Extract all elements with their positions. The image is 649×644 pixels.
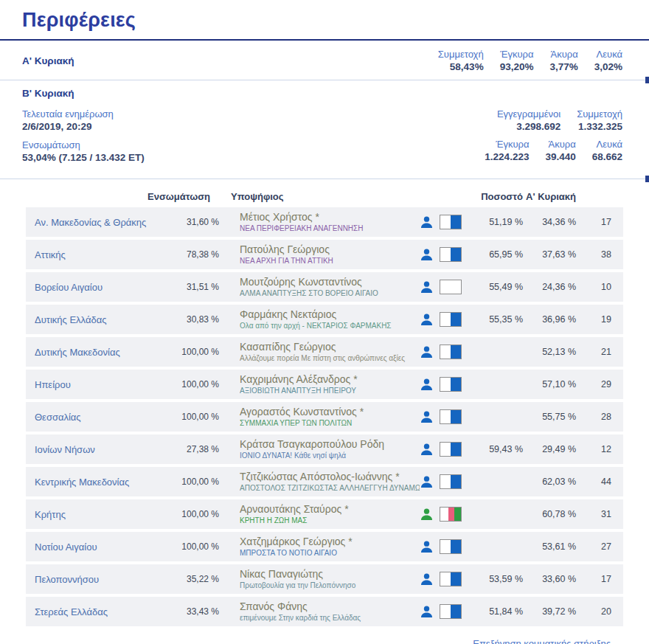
stat-value: 1.332.325 <box>578 120 622 134</box>
party-support-box-icon <box>440 409 462 424</box>
region-name[interactable]: Θεσσαλίας <box>26 412 171 423</box>
first-sunday-summary: Α' Κυριακή Συμμετοχή 58,43% Έγκυρα 93,20… <box>0 41 649 80</box>
region-name[interactable]: Ηπείρου <box>26 379 171 390</box>
region-name[interactable]: Στερεάς Ελλάδας <box>26 606 171 617</box>
stat-invalid: Άκυρα 3,77% <box>549 48 577 74</box>
table-row[interactable]: Ιονίων Νήσων 27,38 % Κράτσα Τσαγκαροπούλ… <box>26 434 623 464</box>
results-table: Ενσωμάτωση Υποψήφιος Ποσοστό Α' Κυριακή … <box>26 185 623 626</box>
party-support-box-icon <box>440 604 462 619</box>
table-row[interactable]: Πελοποννήσου 35,22 % Νίκας Παναγιώτης Πρ… <box>26 564 623 594</box>
region-name[interactable]: Αν. Μακεδονίας & Θράκης <box>26 217 171 228</box>
candidate-name[interactable]: Κασαπίδης Γεώργιος <box>240 341 420 353</box>
integration-percent: 100,00 % <box>171 477 219 487</box>
person-icon <box>420 345 434 359</box>
region-name[interactable]: Κεντρικής Μακεδονίας <box>26 477 171 488</box>
table-row[interactable]: Βορείου Αιγαίου 31,51 % Μουτζούρης Κωνστ… <box>26 272 623 302</box>
seats-count: 44 <box>576 477 623 487</box>
table-row[interactable]: Δυτικής Μακεδονίας 100,00 % Κασαπίδης Γε… <box>26 337 623 367</box>
first-sunday-percent: 52,13 % <box>523 347 576 357</box>
stat-value: 39.440 <box>545 150 575 164</box>
candidate-cell: Αρναουτάκης Σταύρος * ΚΡΗΤΗ Η ΖΩΗ ΜΑΣ <box>219 503 420 525</box>
stat-blank: Λευκά 3,02% <box>594 48 622 74</box>
table-row[interactable]: Αν. Μακεδονίας & Θράκης 31,60 % Μέτιος Χ… <box>26 207 623 237</box>
stat-value: 3,77% <box>549 60 577 74</box>
candidate-name[interactable]: Τζιτζικώστας Απόστολος-Ιωάννης * <box>240 471 420 482</box>
party-support-text: Ολα από την αρχή - ΝΕΚΤΑΡΙΟΣ ΦΑΡΜΑΚΗΣ <box>240 321 420 330</box>
first-sunday-percent: 24,36 % <box>523 282 576 292</box>
candidate-name[interactable]: Μέτιος Χρήστος * <box>240 211 420 223</box>
seats-count: 29 <box>576 379 623 389</box>
table-row[interactable]: Αττικής 78,38 % Πατούλης Γεώργιος ΝΕΑ ΑΡ… <box>26 240 623 269</box>
candidate-cell: Μέτιος Χρήστος * ΝΕΑ ΠΕΡΙΦΕΡΕΙΑΚΗ ΑΝΑΓΕΝ… <box>219 211 420 233</box>
party-support-box-icon <box>440 344 462 359</box>
first-sunday-percent: 34,36 % <box>523 217 576 227</box>
integration-percent: 30,83 % <box>171 314 219 325</box>
seats-count: 19 <box>576 314 623 325</box>
result-percent: 53,59 % <box>473 574 523 584</box>
stat-invalid: Άκυρα 39.440 <box>545 138 575 164</box>
integration-label: Ενσωμάτωση <box>22 139 145 151</box>
candidate-name[interactable]: Σπανός Φάνης <box>240 600 420 612</box>
region-name[interactable]: Πελοποννήσου <box>26 574 171 585</box>
candidate-name[interactable]: Φαρμάκης Νεκτάριος <box>240 308 420 320</box>
candidate-cell: Φαρμάκης Νεκτάριος Ολα από την αρχή - ΝΕ… <box>219 308 420 330</box>
table-row[interactable]: Δυτικής Ελλάδας 30,83 % Φαρμάκης Νεκτάρι… <box>26 305 623 334</box>
seats-count: 20 <box>576 606 623 617</box>
party-support-text: επιμένουμε Στην καρδιά της Ελλάδας <box>240 613 420 623</box>
table-row[interactable]: Ηπείρου 100,00 % Καχριμάνης Αλέξανδρος *… <box>26 370 623 399</box>
integration-value: 53,04% (7.125 / 13.432 ΕΤ) <box>22 151 145 165</box>
first-sunday-percent: 36,96 % <box>523 314 576 325</box>
support-icons <box>420 247 473 262</box>
person-icon <box>420 378 434 392</box>
party-support-text: ΜΠΡΟΣΤΑ ΤΟ ΝΟΤΙΟ ΑΙΓΑΙΟ <box>240 548 420 558</box>
integration-percent: 31,51 % <box>171 282 219 292</box>
header-integration: Ενσωμάτωση <box>26 191 210 202</box>
party-support-box-icon <box>440 474 462 489</box>
table-row[interactable]: Κεντρικής Μακεδονίας 100,00 % Τζιτζικώστ… <box>26 467 623 496</box>
stat-label: Άκυρα <box>549 138 576 150</box>
table-row[interactable]: Κρήτης 100,00 % Αρναουτάκης Σταύρος * ΚΡ… <box>26 499 623 529</box>
candidate-name[interactable]: Πατούλης Γεώργιος <box>240 243 420 255</box>
stat-label: Λευκά <box>597 138 622 150</box>
result-percent: 51,84 % <box>473 606 523 617</box>
candidate-name[interactable]: Χατζημάρκος Γεώργιος * <box>240 536 420 547</box>
stat-participation: Συμμετοχή 58,43% <box>438 48 484 74</box>
table-footer: Επεξήγηση κομματικής στήριξης * νυν περι… <box>0 629 649 644</box>
candidate-name[interactable]: Κράτσα Τσαγκαροπούλου Ρόδη <box>240 438 420 450</box>
seats-count: 17 <box>576 217 623 227</box>
candidate-cell: Σπανός Φάνης επιμένουμε Στην καρδιά της … <box>219 600 420 623</box>
party-support-explanation-link[interactable]: Επεξήγηση κομματικής στήριξης <box>473 637 611 644</box>
person-icon <box>420 313 434 327</box>
region-name[interactable]: Κρήτης <box>26 509 171 520</box>
support-icons <box>420 409 473 424</box>
candidate-name[interactable]: Νίκας Παναγιώτης <box>240 568 420 580</box>
header-first-sunday: Α' Κυριακή <box>523 191 576 202</box>
candidate-cell: Κράτσα Τσαγκαροπούλου Ρόδη ΙΟΝΙΟ ΔΥΝΑΤΑ!… <box>219 438 420 460</box>
region-name[interactable]: Ιονίων Νήσων <box>26 444 171 455</box>
result-percent: 55,35 % <box>473 314 523 325</box>
table-row[interactable]: Στερεάς Ελλάδας 33,43 % Σπανός Φάνης επι… <box>26 597 623 626</box>
region-name[interactable]: Βορείου Αιγαίου <box>26 282 171 293</box>
party-support-box-icon <box>440 507 462 522</box>
party-support-box-icon <box>440 280 462 294</box>
region-name[interactable]: Αττικής <box>26 249 171 260</box>
candidate-name[interactable]: Καχριμάνης Αλέξανδρος * <box>240 373 420 385</box>
seats-count: 27 <box>576 541 623 552</box>
support-icons <box>420 507 473 522</box>
candidate-name[interactable]: Αρναουτάκης Σταύρος * <box>240 503 420 515</box>
candidate-name[interactable]: Μουτζούρης Κωνσταντίνος <box>240 276 420 288</box>
table-row[interactable]: Θεσσαλίας 100,00 % Αγοραστός Κωνσταντίνο… <box>26 402 623 432</box>
candidate-name[interactable]: Αγοραστός Κωνσταντίνος * <box>240 406 420 418</box>
party-support-text: ΣΥΜΜΑΧΙΑ ΥΠΕΡ ΤΩΝ ΠΟΛΙΤΩΝ <box>240 418 420 428</box>
party-support-text: ΑΠΟΣΤΟΛΟΣ ΤΖΙΤΖΙΚΩΣΤΑΣ ΑΛΛΗΛΕΓΓΥΗ ΔΥΝΑΜΩ… <box>240 483 420 493</box>
person-icon <box>420 508 434 522</box>
header-candidate: Υποψήφιος <box>210 191 420 202</box>
region-name[interactable]: Δυτικής Ελλάδας <box>26 314 171 325</box>
stat-label: Εγγεγραμμένοι <box>497 108 560 120</box>
region-name[interactable]: Νοτίου Αιγαίου <box>26 541 171 553</box>
support-icons <box>420 442 473 457</box>
table-row[interactable]: Νοτίου Αιγαίου 100,00 % Χατζημάρκος Γεώρ… <box>26 532 623 561</box>
integration-percent: 100,00 % <box>171 412 219 422</box>
region-name[interactable]: Δυτικής Μακεδονίας <box>26 347 171 358</box>
result-percent: 59,43 % <box>473 444 523 454</box>
